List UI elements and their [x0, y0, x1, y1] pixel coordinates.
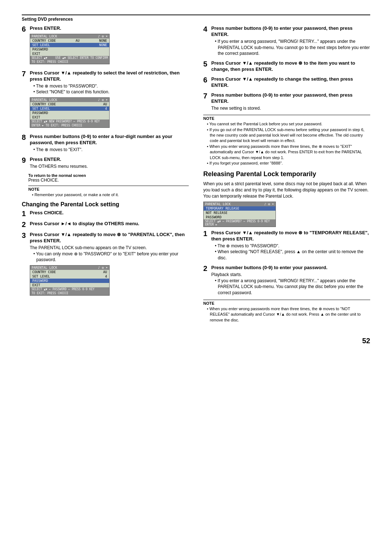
releasing-step-1-content: Press Cursor ▼/▲ repeatedly to move ⊗ to… — [211, 230, 370, 261]
step-6-right: 6 Press Cursor ▼/▲ repeatedly to change … — [203, 76, 370, 89]
lcd-1-icons: ♪ ⚙ ➤ — [98, 35, 108, 38]
lcd-r-bottom: SELECT ▲▼ ← PASSWORD? ← PRESS 0-9 KEY EN… — [204, 219, 275, 227]
step-7-num: 7 — [22, 70, 28, 130]
to-return-body: Press CHOICE. — [28, 178, 189, 183]
lcd-2-icons: ♪ ⚙ ➤ — [98, 98, 108, 102]
note-2-bullet-0: You cannot set the Parental Lock before … — [206, 121, 370, 127]
lcd-r-row-0: TEMPORARY RELEASE — [204, 206, 275, 211]
changing-step-1-title: Press CHOICE. — [30, 210, 189, 216]
step-5-right: 5 Press Cursor ▼/▲ repeatedly to move ⊗ … — [203, 60, 370, 73]
releasing-step-1-num: 1 — [203, 230, 210, 261]
releasing-step-1: 1 Press Cursor ▼/▲ repeatedly to move ⊗ … — [203, 230, 370, 261]
lcd-1-row-2: PASSWORD — [30, 47, 109, 52]
step-7-body: The ⊗ moves to "PASSWORD". Select "NONE"… — [30, 83, 189, 96]
note-3-bullet-0: When you enter wrong passwords more than… — [206, 306, 370, 323]
releasing-section: Releasing Parental Lock temporarily When… — [203, 170, 370, 323]
lcd-3-row-3: EXIT — [30, 283, 109, 287]
changing-step-1: 1 Press CHOICE. — [22, 210, 189, 217]
step-9-body: The OTHERS menu resumes. — [30, 163, 189, 170]
changing-step-2-content: Press Cursor ►/◄ to display the OTHERS m… — [30, 221, 189, 228]
lcd-3-row-0: COUNTRY CODEAU — [30, 270, 109, 274]
changing-step-2: 2 Press Cursor ►/◄ to display the OTHERS… — [22, 221, 189, 228]
lcd-3-title: PARENTAL LOCK ♪ ⚙ ➤ — [30, 266, 109, 270]
step-6-right-content: Press Cursor ▼/▲ repeatedly to change th… — [211, 76, 370, 89]
step-5-right-title: Press Cursor ▼/▲ repeatedly to move ⊗ to… — [211, 60, 370, 73]
lcd-2-row-1: SET LEVEL4 — [30, 106, 109, 111]
step-4-right-num: 4 — [203, 25, 210, 57]
releasing-title: Releasing Parental Lock temporarily — [203, 170, 370, 178]
lcd-3-bottom: SELECT ▲▼ ← PASSWORD ← PRESS 0-9 KEY — [30, 287, 109, 291]
releasing-step-2-title: Press number buttons (0-9) to enter your… — [211, 265, 370, 271]
changing-step-3-line0: The PARENTAL LOCK sub-menu appears on th… — [30, 245, 189, 251]
lcd-screen-1: PARENTAL LOCK ♪ ⚙ ➤ COUNTRY CODEAUNONE S… — [30, 34, 110, 64]
step-7-right-body: The new setting is stored. — [211, 105, 370, 112]
section-header: Setting DVD preferences — [22, 17, 370, 22]
step-6-content: Press ENTER. PARENTAL LOCK ♪ ⚙ ➤ COUNTRY… — [30, 25, 189, 66]
step-9-body-0: The OTHERS menu resumes. — [30, 163, 189, 170]
lcd-r-title: PARENTAL LOCK ♪ ⚙ ➤ — [204, 202, 275, 206]
lcd-2-row-2: PASSWORD — [30, 111, 109, 115]
step-8-title: Press number buttons (0-9) to enter a fo… — [30, 134, 189, 146]
releasing-step-2-body: Playback starts. If you enter a wrong pa… — [211, 272, 370, 296]
lcd-2-bottom: SELECT ▲▼ NEW PASSWORD? ← PRESS 0-9 KEY — [30, 119, 109, 123]
note-2-bullet-2: When you enter wrong passwords more than… — [206, 144, 370, 161]
step-9-content: Press ENTER. The OTHERS menu resumes. — [30, 157, 189, 170]
lcd-1-row-3: EXIT — [30, 52, 109, 56]
lcd-1-row-1: SET LEVELNONE — [30, 43, 109, 47]
step-7-right: 7 Press number buttons (0-9) to enter yo… — [203, 92, 370, 112]
releasing-step-1-title: Press Cursor ▼/▲ repeatedly to move ⊗ to… — [211, 230, 370, 242]
step-6-num: 6 — [22, 25, 28, 66]
lcd-3-icons: ♪ ⚙ ➤ — [98, 266, 108, 270]
note-3-title: NOTE — [203, 301, 370, 305]
releasing-intro: When you set a strict parental level, so… — [203, 181, 370, 199]
lcd-r-icons: ♪ ⚙ ➤ — [264, 202, 274, 206]
changing-step-2-title: Press Cursor ►/◄ to display the OTHERS m… — [30, 221, 189, 227]
step-7-right-body-0: The new setting is stored. — [211, 105, 370, 112]
releasing-step-2: 2 Press number buttons (0-9) to enter yo… — [203, 265, 370, 296]
changing-step-3-body: The PARENTAL LOCK sub-menu appears on th… — [30, 245, 189, 263]
note-2-bullet-3: If you forget your password, enter "8888… — [206, 161, 370, 166]
lcd-1-title: PARENTAL LOCK ♪ ⚙ ➤ — [30, 34, 109, 39]
page-number: 52 — [22, 337, 370, 345]
note-1-text: Remember your password, or make a note o… — [28, 192, 189, 198]
changing-step-3-title: Press Cursor ▼/▲ repeatedly to move ⊗ to… — [30, 232, 189, 244]
note-box-1: NOTE Remember your password, or make a n… — [28, 186, 189, 198]
header-rule — [22, 15, 370, 15]
changing-step-3-num: 3 — [22, 232, 28, 298]
changing-step-2-num: 2 — [22, 221, 28, 228]
releasing-step-2-num: 2 — [203, 265, 210, 296]
changing-step-1-num: 1 — [22, 210, 28, 217]
left-column: 6 Press ENTER. PARENTAL LOCK ♪ ⚙ ➤ COUNT… — [22, 25, 189, 326]
note-2-text: You cannot set the Parental Lock before … — [203, 121, 370, 166]
step-5-right-num: 5 — [203, 60, 210, 73]
lcd-screen-3: PARENTAL LOCK ♪ ⚙ ➤ COUNTRY CODEAU SET L… — [30, 265, 110, 296]
lcd-2-row-0: COUNTRY CODEAU — [30, 102, 109, 106]
changing-title: Changing the Parental Lock setting — [22, 201, 189, 208]
lcd-3-row-2: PASSWORD — [30, 279, 109, 283]
to-return: To return to the normal screen Press CHO… — [28, 173, 189, 183]
lcd-r-row-1: NOT RELEASE — [204, 211, 275, 215]
note-1-title: NOTE — [28, 187, 189, 191]
step-4-right: 4 Press number buttons (0-9) to enter yo… — [203, 25, 370, 57]
note-box-3: NOTE When you enter wrong passwords more… — [203, 300, 370, 323]
releasing-step-2-body-1: If you enter a wrong password, "WRONG! R… — [214, 278, 370, 296]
lcd-3-bottom2: TO EXIT: PRESS CHOICE — [30, 291, 109, 295]
step-7-right-content: Press number buttons (0-9) to enter your… — [211, 92, 370, 112]
note-2-bullet-1: If you go out of the PARENTAL LOCK sub-m… — [206, 127, 370, 144]
step-7-body-1: Select "NONE" to cancel this function. — [33, 89, 189, 95]
note-3-text: When you enter wrong passwords more than… — [203, 306, 370, 323]
releasing-step-1-body-1: When selecting "NOT RELEASE", press ▲ on… — [214, 249, 370, 261]
changing-step-3-line1: You can only move ⊗ to "PASSWORD" or to … — [33, 251, 189, 263]
lcd-1-bottom: SELECT ▲▼USE ▲▼ SELECT ENTER TO CONFIRM — [30, 56, 109, 60]
changing-step-3: 3 Press Cursor ▼/▲ repeatedly to move ⊗ … — [22, 232, 189, 298]
lcd-2-title: PARENTAL LOCK ♪ ⚙ ➤ — [30, 98, 109, 102]
right-column: 4 Press number buttons (0-9) to enter yo… — [203, 25, 370, 326]
to-return-label: To return to the normal screen — [28, 173, 189, 178]
step-7-right-title: Press number buttons (0-9) to enter your… — [211, 92, 370, 105]
step-4-right-content: Press number buttons (0-9) to enter your… — [211, 25, 370, 57]
lcd-1-row-0: COUNTRY CODEAUNONE — [30, 39, 109, 43]
step-6-left: 6 Press ENTER. PARENTAL LOCK ♪ ⚙ ➤ COUNT… — [22, 25, 189, 66]
lcd-2-row-3: EXIT — [30, 115, 109, 119]
step-5-right-content: Press Cursor ▼/▲ repeatedly to move ⊗ to… — [211, 60, 370, 73]
releasing-step-1-body-0: The ⊗ moves to "PASSWORD". — [214, 243, 370, 249]
